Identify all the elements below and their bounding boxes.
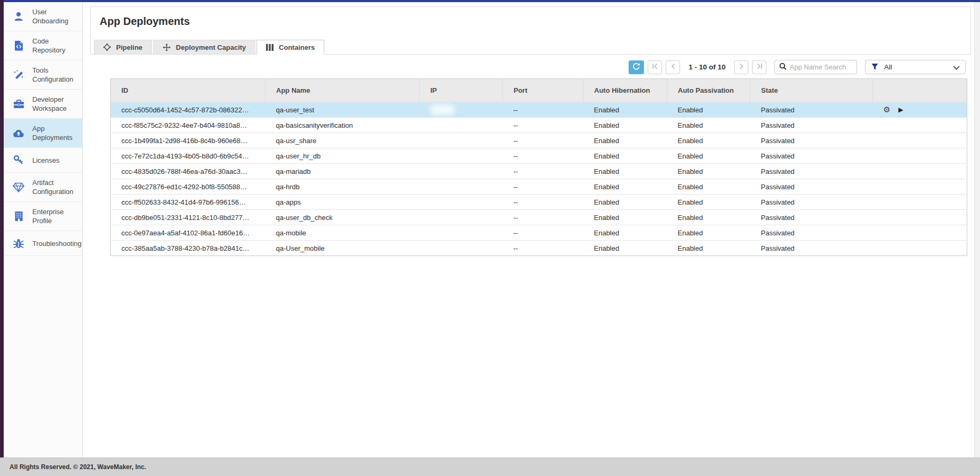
scrollbar[interactable]: [974, 2, 980, 457]
filter-selected-value: All: [884, 63, 953, 71]
cell-actions: ⚙ ▶: [873, 102, 967, 118]
sidebar-item-licenses[interactable]: Licenses: [4, 148, 82, 173]
sidebar-item-label: ArtifactConfiguration: [32, 178, 73, 196]
tab-label: Pipeline: [116, 43, 143, 51]
cell-port: --: [503, 133, 584, 148]
column-header-state[interactable]: State: [751, 79, 873, 102]
briefcase-icon: [13, 98, 24, 110]
state-filter-select[interactable]: All: [865, 60, 966, 74]
tab-containers[interactable]: Containers: [257, 40, 324, 55]
sidebar-item-developer-workspace[interactable]: DeveloperWorkspace: [4, 90, 82, 119]
cell-auto-passivation: Enabled: [667, 148, 751, 164]
last-page-icon: [756, 63, 763, 71]
cell-ip: [420, 164, 503, 179]
cell-ip: [420, 102, 503, 118]
cell-auto-hibernation: Enabled: [584, 148, 667, 164]
cell-id: ccc-7e72c1da-4193-4b05-b8d0-6b9c54…: [111, 148, 266, 164]
cell-ip: [420, 148, 503, 164]
cell-auto-hibernation: Enabled: [584, 118, 667, 133]
cell-auto-hibernation: Enabled: [584, 225, 667, 241]
sidebar-item-label: Licenses: [32, 156, 59, 165]
table-row[interactable]: ccc-ff502633-8432-41d4-97b6-996156… qa-a…: [111, 195, 967, 210]
app-name-search: [774, 60, 857, 74]
column-header-port[interactable]: Port: [503, 79, 584, 102]
cell-app-name: qa-apps: [266, 195, 420, 210]
filter-funnel-icon: [871, 63, 878, 72]
table-row[interactable]: ccc-1b499fa1-2d98-416b-8c4b-960e68… qa-u…: [111, 133, 967, 148]
previous-page-button[interactable]: [666, 60, 680, 74]
next-page-icon: [739, 63, 744, 71]
sidebar-item-enterprise-profile[interactable]: Enterprise Profile: [4, 202, 82, 231]
footer: All Rights Reserved. © 2021, WaveMaker, …: [0, 457, 980, 476]
search-input[interactable]: [790, 63, 852, 71]
cell-actions: ⚙ ▶: [873, 148, 967, 164]
table-row[interactable]: ccc-7e72c1da-4193-4b05-b8d0-6b9c54… qa-u…: [111, 148, 967, 164]
next-page-button[interactable]: [734, 60, 748, 74]
cell-app-name: qa-user_db_check: [266, 210, 420, 225]
last-page-button[interactable]: [752, 60, 766, 74]
sidebar-item-tools-configuration[interactable]: ToolsConfiguration: [4, 60, 82, 90]
tab-pipeline[interactable]: Pipeline: [94, 40, 152, 54]
settings-gear-icon[interactable]: ⚙: [884, 106, 890, 114]
sidebar-item-label: CodeRepository: [32, 37, 65, 55]
cell-auto-passivation: Enabled: [667, 118, 751, 133]
cell-state: Passivated: [751, 164, 873, 179]
column-header-auto-passivation[interactable]: Auto Passivation: [667, 79, 751, 102]
row-actions: ⚙ ▶: [884, 106, 967, 114]
tab-label: Deployment Capacity: [176, 43, 246, 51]
sidebar-item-user-onboarding[interactable]: UserOnboarding: [4, 2, 82, 31]
column-header-app-name[interactable]: App Name: [266, 79, 420, 102]
cell-auto-passivation: Enabled: [667, 241, 751, 256]
bug-icon: [13, 237, 24, 249]
cell-ip: [420, 118, 503, 133]
first-page-button[interactable]: [648, 60, 662, 74]
cell-port: --: [503, 164, 584, 179]
cell-port: --: [503, 241, 584, 256]
sidebar-item-app-deployments[interactable]: AppDeployments: [4, 119, 82, 148]
table-row[interactable]: ccc-385aa5ab-3788-4230-b78a-b2841c… qa-U…: [111, 241, 967, 256]
redacted-ip: [430, 151, 455, 161]
cell-ip: [420, 195, 503, 210]
tab-deployment-capacity[interactable]: Deployment Capacity: [153, 40, 255, 54]
magic-wand-icon: [13, 69, 24, 81]
cell-id: ccc-1b499fa1-2d98-416b-8c4b-960e68…: [111, 133, 266, 148]
cell-state: Passivated: [751, 241, 873, 256]
refresh-button[interactable]: [629, 60, 644, 74]
key-icon: [13, 154, 24, 166]
table-row[interactable]: ccc-f85c75c2-9232-4ee7-b404-9810a8… qa-b…: [111, 118, 967, 133]
cell-app-name: qa-hrdb: [266, 179, 420, 195]
column-header-id[interactable]: ID: [111, 79, 266, 102]
redacted-ip: [430, 212, 455, 223]
cell-app-name: qa-user_test: [266, 102, 420, 118]
sidebar-item-label: DeveloperWorkspace: [32, 95, 67, 113]
first-page-icon: [652, 63, 658, 71]
sidebar-item-code-repository[interactable]: CodeRepository: [4, 31, 82, 60]
cell-app-name: qa-mobile: [266, 225, 420, 241]
cell-port: --: [503, 102, 584, 118]
building-icon: [13, 210, 24, 222]
table-row[interactable]: ccc-c5050d64-1452-4c57-872b-086322… qa-u…: [111, 102, 967, 118]
sidebar-item-label: UserOnboarding: [32, 7, 68, 25]
column-header-auto-hibernation[interactable]: Auto Hibernation: [584, 79, 667, 102]
cell-app-name: qa-usr_share: [266, 133, 420, 148]
pipeline-icon: [103, 43, 111, 51]
redacted-ip: [430, 104, 455, 115]
column-header-ip[interactable]: IP: [420, 79, 503, 102]
cell-state: Passivated: [751, 102, 873, 118]
cell-id: ccc-0e97aea4-a5af-4102-86a1-fd60e16…: [111, 225, 266, 241]
sidebar-item-troubleshooting[interactable]: Troubleshooting: [4, 231, 82, 256]
redacted-ip: [430, 227, 455, 238]
table-row[interactable]: ccc-db9be051-2331-4121-8c10-8bd277… qa-u…: [111, 210, 967, 225]
cell-auto-passivation: Enabled: [667, 225, 751, 241]
cell-state: Passivated: [751, 195, 873, 210]
table-row[interactable]: ccc-49c27876-ed1c-4292-b0f8-550588… qa-h…: [111, 179, 967, 195]
play-icon[interactable]: ▶: [898, 107, 903, 113]
cell-actions: ⚙ ▶: [873, 133, 967, 148]
cell-actions: ⚙ ▶: [873, 164, 967, 179]
table-row[interactable]: ccc-4835d026-788f-46ea-a76d-30aac3… qa-m…: [111, 164, 967, 179]
cell-auto-hibernation: Enabled: [584, 102, 667, 118]
sidebar-item-artifact-configuration[interactable]: ArtifactConfiguration: [4, 173, 82, 202]
cell-id: ccc-ff502633-8432-41d4-97b6-996156…: [111, 195, 266, 210]
cell-actions: ⚙ ▶: [873, 195, 967, 210]
table-row[interactable]: ccc-0e97aea4-a5af-4102-86a1-fd60e16… qa-…: [111, 225, 967, 241]
